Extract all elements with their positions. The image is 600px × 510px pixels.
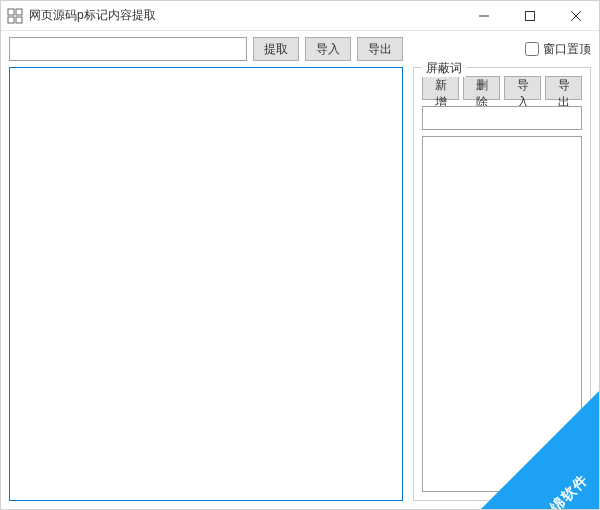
right-panel: 窗口置顶 屏蔽词 新增 删除 导入 导出 xyxy=(413,37,591,501)
titlebar: 网页源码p标记内容提取 xyxy=(1,1,599,31)
pin-checkbox-label: 窗口置顶 xyxy=(543,41,591,58)
filter-export-button[interactable]: 导出 xyxy=(545,76,582,100)
svg-rect-0 xyxy=(8,9,14,15)
import-button[interactable]: 导入 xyxy=(305,37,351,61)
svg-rect-3 xyxy=(16,17,22,23)
left-panel: 提取 导入 导出 xyxy=(9,37,403,501)
export-button[interactable]: 导出 xyxy=(357,37,403,61)
filter-input[interactable] xyxy=(422,106,582,130)
filter-delete-button[interactable]: 删除 xyxy=(463,76,500,100)
toolbar-row: 提取 导入 导出 xyxy=(9,37,403,61)
filter-list[interactable] xyxy=(422,136,582,492)
window-controls xyxy=(461,1,599,31)
pin-checkbox[interactable]: 窗口置顶 xyxy=(525,41,591,58)
app-icon xyxy=(7,8,23,24)
svg-rect-1 xyxy=(16,9,22,15)
svg-rect-2 xyxy=(8,17,14,23)
window-title: 网页源码p标记内容提取 xyxy=(29,7,461,24)
filter-import-button[interactable]: 导入 xyxy=(504,76,541,100)
svg-rect-5 xyxy=(526,11,535,20)
minimize-button[interactable] xyxy=(461,1,507,31)
pin-checkbox-input[interactable] xyxy=(525,42,539,56)
filter-group-title: 屏蔽词 xyxy=(422,60,466,77)
main-textarea-wrap xyxy=(9,67,403,501)
filter-add-button[interactable]: 新增 xyxy=(422,76,459,100)
close-button[interactable] xyxy=(553,1,599,31)
path-input[interactable] xyxy=(9,37,247,61)
extract-button[interactable]: 提取 xyxy=(253,37,299,61)
main-textarea[interactable] xyxy=(10,68,402,500)
filter-group: 屏蔽词 新增 删除 导入 导出 xyxy=(413,67,591,501)
maximize-button[interactable] xyxy=(507,1,553,31)
filter-buttons: 新增 删除 导入 导出 xyxy=(422,76,582,100)
